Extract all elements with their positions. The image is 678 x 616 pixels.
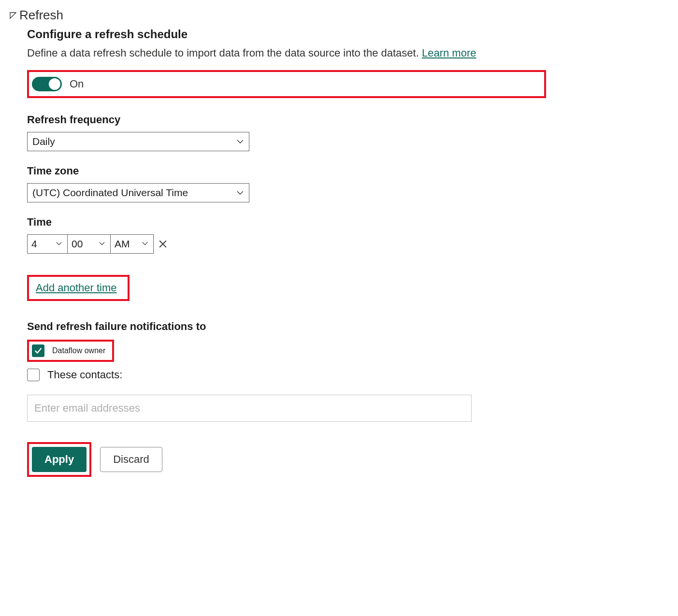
apply-button[interactable]: Apply xyxy=(32,447,87,472)
chevron-down-icon xyxy=(142,240,149,248)
action-buttons: Apply Discard xyxy=(27,442,546,477)
notify-label: Send refresh failure notifications to xyxy=(27,320,546,333)
dataflow-owner-highlight: Dataflow owner xyxy=(27,340,114,362)
add-time-highlight: Add another time xyxy=(27,275,130,301)
frequency-select[interactable]: Daily xyxy=(27,132,249,151)
collapse-triangle-icon xyxy=(10,12,16,19)
schedule-toggle-highlight: On xyxy=(27,70,546,98)
chevron-down-icon xyxy=(236,138,244,145)
add-another-time-link[interactable]: Add another time xyxy=(32,280,121,296)
time-minute-select[interactable]: 00 xyxy=(67,234,111,254)
time-ampm-value: AM xyxy=(115,238,130,250)
configure-subtitle: Configure a refresh schedule xyxy=(27,28,546,41)
toggle-state-label: On xyxy=(70,78,84,90)
schedule-toggle[interactable] xyxy=(32,77,62,91)
timezone-select[interactable]: (UTC) Coordinated Universal Time xyxy=(27,183,249,202)
timezone-value: (UTC) Coordinated Universal Time xyxy=(32,187,188,199)
chevron-down-icon xyxy=(56,240,63,248)
frequency-value: Daily xyxy=(32,136,55,147)
these-contacts-row: These contacts: xyxy=(27,369,546,381)
time-label: Time xyxy=(27,216,546,229)
learn-more-link[interactable]: Learn more xyxy=(422,47,476,59)
timezone-label: Time zone xyxy=(27,165,546,177)
apply-highlight: Apply xyxy=(27,442,91,477)
section-title: Refresh xyxy=(19,8,63,23)
frequency-label: Refresh frequency xyxy=(27,114,546,126)
time-ampm-select[interactable]: AM xyxy=(110,234,154,254)
section-header[interactable]: Refresh xyxy=(10,8,668,23)
time-minute-value: 00 xyxy=(72,238,83,250)
discard-button[interactable]: Discard xyxy=(100,447,162,472)
toggle-knob xyxy=(49,78,60,90)
time-row: 4 00 AM xyxy=(27,234,546,254)
contacts-email-input[interactable] xyxy=(27,395,472,422)
remove-time-button[interactable] xyxy=(157,238,169,250)
chevron-down-icon xyxy=(236,189,244,197)
chevron-down-icon xyxy=(99,240,106,248)
these-contacts-checkbox[interactable] xyxy=(27,369,40,381)
dataflow-owner-label: Dataflow owner xyxy=(52,346,105,355)
time-hour-value: 4 xyxy=(31,238,37,250)
configure-description: Define a data refresh schedule to import… xyxy=(27,47,546,59)
dataflow-owner-checkbox[interactable] xyxy=(32,344,44,357)
these-contacts-label: These contacts: xyxy=(47,369,122,381)
time-hour-select[interactable]: 4 xyxy=(27,234,68,254)
